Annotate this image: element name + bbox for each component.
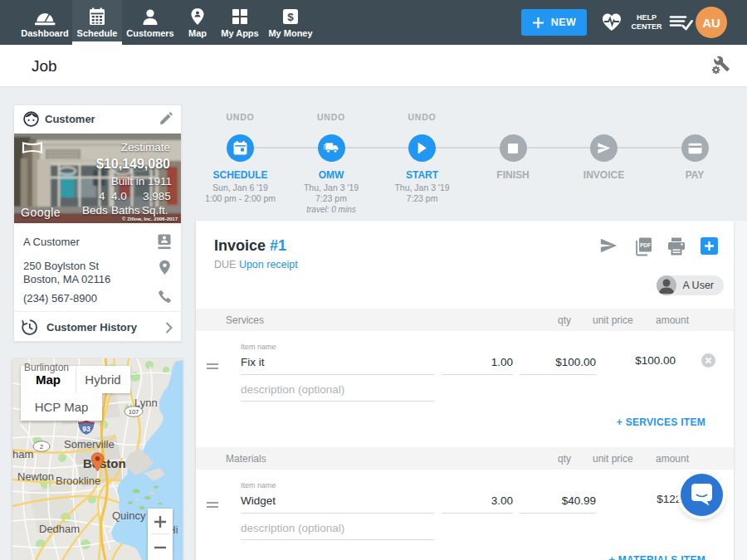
svg-text:2: 2 bbox=[40, 443, 43, 450]
svg-text:107: 107 bbox=[129, 408, 139, 416]
svg-text:PDF: PDF bbox=[640, 242, 651, 248]
svg-text:93: 93 bbox=[82, 425, 90, 433]
svg-text:$: $ bbox=[287, 11, 294, 23]
